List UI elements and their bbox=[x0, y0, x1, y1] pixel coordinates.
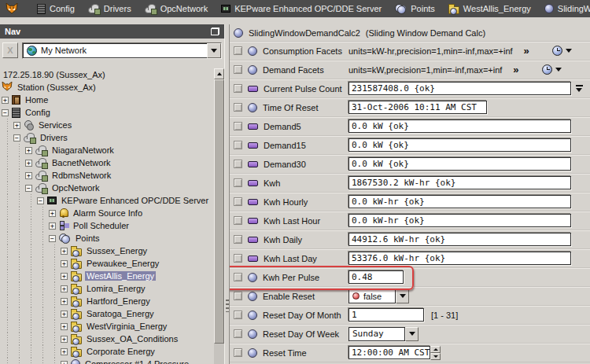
chevron-down-icon[interactable] bbox=[555, 68, 562, 72]
value-field[interactable]: 0.0 kW {ok} bbox=[348, 157, 571, 171]
collapse-icon[interactable] bbox=[576, 84, 583, 93]
value-field[interactable]: 0.0 kW {ok} bbox=[348, 138, 571, 152]
row-selector-checkbox[interactable] bbox=[234, 235, 242, 244]
collapse-node-icon[interactable]: − bbox=[49, 235, 56, 242]
tree-item-kepware-enhanced-opc-dde-server[interactable]: −KEPware Enhanced OPC/DDE Server bbox=[0, 194, 214, 207]
expand-node-icon[interactable]: + bbox=[61, 260, 68, 267]
enum-value-box[interactable]: false bbox=[348, 289, 396, 303]
collapse-node-icon[interactable]: − bbox=[25, 185, 32, 192]
tab-drivers[interactable]: Drivers bbox=[88, 4, 131, 13]
facets-edit-button[interactable]: » bbox=[524, 45, 529, 57]
value-field[interactable]: 0.0 kW-hr {ok} bbox=[348, 195, 571, 208]
tab-westallis-energy[interactable]: WestAllis_Energy bbox=[448, 4, 531, 14]
nav-scope-dropdown-button[interactable] bbox=[207, 43, 221, 58]
expand-node-icon[interactable]: + bbox=[25, 172, 32, 179]
tree-item-bacnetnetwork[interactable]: +BacnetNetwork bbox=[0, 156, 214, 169]
spin-up-button[interactable] bbox=[430, 346, 441, 353]
tree-item-drivers[interactable]: −Drivers bbox=[0, 131, 214, 144]
row-selector-checkbox[interactable] bbox=[234, 65, 242, 74]
nav-tree-scrollbar[interactable] bbox=[214, 68, 224, 364]
value-field[interactable]: 12:00:00 AM CST bbox=[348, 346, 430, 359]
select-value-box[interactable]: Sunday bbox=[348, 327, 405, 341]
expand-node-icon[interactable]: + bbox=[61, 323, 68, 330]
tab-points[interactable]: Points bbox=[395, 4, 435, 14]
tree-item-sussex-energy[interactable]: +Sussex_Energy bbox=[0, 245, 214, 257]
expand-node-icon[interactable]: + bbox=[2, 97, 9, 104]
collapse-node-icon[interactable]: − bbox=[2, 109, 9, 116]
value-field[interactable]: 0.48 bbox=[348, 270, 404, 284]
scrollbar-thumb[interactable] bbox=[214, 79, 224, 344]
tree-item-pewaukee-energy[interactable]: +Pewaukee_Energy bbox=[0, 257, 214, 270]
row-selector-checkbox[interactable] bbox=[234, 122, 242, 131]
tab-opcnetwork[interactable]: OpcNetwork bbox=[145, 4, 208, 13]
spin-down-button[interactable] bbox=[430, 353, 441, 360]
value-field[interactable]: 44912.6 kW-hr {ok} bbox=[348, 233, 571, 246]
time-spinner[interactable] bbox=[430, 346, 441, 360]
row-selector-checkbox[interactable] bbox=[234, 84, 242, 93]
tree-item-westallis-energy[interactable]: +WestAllis_Energy bbox=[0, 270, 214, 282]
value-field[interactable]: 1867530.2 kW-hr {ok} bbox=[348, 176, 571, 189]
panel-splitter[interactable] bbox=[224, 24, 230, 364]
tree-item-opcnetwork[interactable]: −OpcNetwork bbox=[0, 182, 214, 194]
expand-node-icon[interactable]: + bbox=[25, 160, 32, 167]
tree-item-rdbmsnetwork[interactable]: +RdbmsNetwork bbox=[0, 169, 214, 182]
expand-node-icon[interactable]: + bbox=[61, 348, 68, 355]
value-field[interactable]: 0.0 kW {ok} bbox=[348, 119, 571, 133]
row-selector-checkbox[interactable] bbox=[234, 254, 242, 263]
row-selector-checkbox[interactable] bbox=[234, 46, 242, 55]
expand-node-icon[interactable]: + bbox=[49, 210, 56, 217]
expand-node-icon[interactable]: + bbox=[61, 361, 68, 364]
tree-item-points[interactable]: −Points bbox=[0, 232, 214, 245]
tree-item-sussex-oa-conditions[interactable]: +Sussex_OA_Conditions bbox=[0, 333, 214, 345]
expand-node-icon[interactable]: + bbox=[61, 298, 68, 305]
tab-slidingw[interactable]: SlidingW bbox=[544, 4, 590, 13]
tree-item-compressor-1-4-pressure[interactable]: +Compressor #1-4 Pressure bbox=[0, 358, 214, 364]
expand-node-icon[interactable]: + bbox=[61, 273, 68, 280]
tree-item-config[interactable]: −Config bbox=[0, 106, 214, 119]
tree-item-lomira-energy[interactable]: +Lomira_Energy bbox=[0, 282, 214, 295]
value-field[interactable]: 53376.0 kW-hr {ok} bbox=[348, 252, 571, 265]
expand-node-icon[interactable]: + bbox=[61, 311, 68, 318]
value-field[interactable]: 31-Oct-2006 10:11 AM CST bbox=[348, 101, 487, 114]
tree-item-saratoga-energy[interactable]: +Saratoga_Energy bbox=[0, 307, 214, 320]
tree-item-westvirginia-energy[interactable]: +WestVirginia_Energy bbox=[0, 320, 214, 333]
row-selector-checkbox[interactable] bbox=[234, 197, 242, 206]
tab-kepware-enhanced-opc-dde-server[interactable]: KEPware Enhanced OPC/DDE Server bbox=[221, 4, 382, 13]
row-selector-checkbox[interactable] bbox=[234, 160, 242, 168]
expand-node-icon[interactable]: + bbox=[61, 285, 68, 292]
row-selector-checkbox[interactable] bbox=[234, 311, 242, 319]
restore-window-icon[interactable] bbox=[211, 28, 219, 35]
row-selector-checkbox[interactable] bbox=[234, 216, 242, 225]
value-field[interactable]: 1 bbox=[348, 308, 424, 322]
tree-item-services[interactable]: +Services bbox=[0, 119, 214, 131]
expand-node-icon[interactable]: + bbox=[13, 122, 20, 129]
collapse-node-icon[interactable]: − bbox=[13, 134, 20, 142]
workbench-logo[interactable] bbox=[0, 3, 24, 14]
expand-node-icon[interactable]: + bbox=[25, 147, 32, 154]
select-dropdown-button[interactable] bbox=[405, 327, 419, 341]
tree-item-alarm-source-info[interactable]: +Alarm Source Info bbox=[0, 207, 214, 219]
collapse-node-icon[interactable]: − bbox=[37, 197, 44, 204]
tree-item-172-25-18-90-sussex-ax[interactable]: 172.25.18.90 (Sussex_Ax) bbox=[0, 68, 214, 81]
tree-item-poll-scheduler[interactable]: +Poll Scheduler bbox=[0, 219, 214, 232]
tree-item-hartford-energy[interactable]: +Hartford_Energy bbox=[0, 295, 214, 307]
tree-item-corporate-energy[interactable]: +Corporate Energy bbox=[0, 345, 214, 358]
row-selector-checkbox[interactable] bbox=[234, 348, 242, 357]
value-field[interactable]: 0.0 kW-hr {ok} bbox=[348, 214, 571, 227]
row-selector-checkbox[interactable] bbox=[234, 273, 242, 281]
expand-node-icon[interactable]: + bbox=[61, 248, 68, 255]
nav-scope-combobox[interactable]: My Network bbox=[22, 42, 222, 59]
row-selector-checkbox[interactable] bbox=[234, 141, 242, 149]
chevron-down-icon[interactable] bbox=[566, 49, 572, 53]
expand-node-icon[interactable]: + bbox=[61, 336, 68, 343]
tree-item-station-sussex-ax[interactable]: Station (Sussex_Ax) bbox=[0, 81, 214, 94]
history-icon[interactable] bbox=[552, 46, 562, 56]
tab-config[interactable]: Config bbox=[37, 4, 75, 14]
close-view-button[interactable]: X bbox=[2, 42, 18, 58]
facets-edit-button[interactable]: » bbox=[513, 64, 518, 75]
tree-item-niagaranetwork[interactable]: +NiagaraNetwork bbox=[0, 144, 214, 156]
tree-item-home[interactable]: +Home bbox=[0, 94, 214, 106]
row-selector-checkbox[interactable] bbox=[234, 329, 242, 338]
enum-dropdown-button[interactable] bbox=[396, 289, 409, 303]
history-icon[interactable] bbox=[542, 64, 552, 75]
